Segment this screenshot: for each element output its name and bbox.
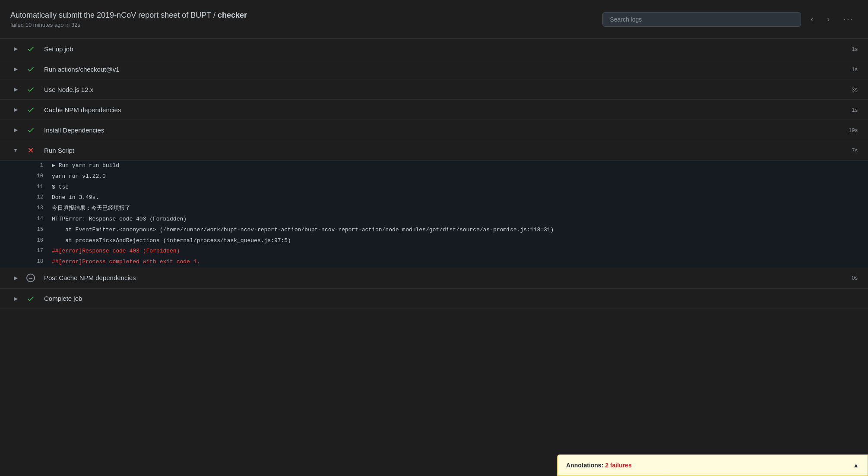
line-number-17: 17: [26, 247, 43, 255]
line-content-15: at EventEmitter.<anonymous> (/home/runne…: [52, 226, 554, 235]
log-line-14[interactable]: 14 HTTPError: Response code 403 (Forbidd…: [0, 214, 868, 225]
job-item-set-up-job[interactable]: ▶ Set up job 1s: [0, 39, 868, 59]
job-label-install-deps: Install Dependencies: [44, 126, 849, 134]
page-subtitle: failed 10 minutes ago in 32s: [10, 22, 247, 28]
job-duration-set-up-job: 1s: [852, 46, 858, 52]
status-icon-post-cache-npm: –: [24, 274, 37, 282]
prev-button[interactable]: ‹: [806, 12, 817, 26]
annotations-chevron[interactable]: ▲: [853, 462, 859, 469]
header-left: Automatically submit the 2019-nCoV repor…: [10, 11, 247, 28]
job-label-run-checkout: Run actions/checkout@v1: [44, 66, 852, 73]
status-icon-cache-npm: [24, 106, 37, 113]
toggle-arrow-run-checkout: ▶: [10, 66, 21, 72]
line-number-13: 13: [26, 204, 43, 212]
status-icon-run-checkout: [24, 65, 37, 73]
line-content-16: at processTicksAndRejections (internal/p…: [52, 236, 291, 246]
toggle-arrow-set-up-job: ▶: [10, 46, 21, 52]
search-input[interactable]: [602, 12, 801, 27]
toggle-arrow-complete-job: ▶: [10, 296, 21, 302]
line-content-12: Done in 3.49s.: [52, 193, 99, 202]
toggle-arrow-use-nodejs: ▶: [10, 86, 21, 92]
job-item-post-cache-npm[interactable]: ▶ – Post Cache NPM dependencies 0s: [0, 268, 868, 289]
log-line-15[interactable]: 15 at EventEmitter.<anonymous> (/home/ru…: [0, 225, 868, 236]
job-item-cache-npm[interactable]: ▶ Cache NPM dependencies 1s: [0, 100, 868, 120]
line-number-12: 12: [26, 193, 43, 202]
log-line-10[interactable]: 10 yarn run v1.22.0: [0, 171, 868, 182]
status-icon-complete-job: [24, 295, 37, 303]
page-header: Automatically submit the 2019-nCoV repor…: [0, 0, 868, 39]
job-duration-run-script: 7s: [852, 147, 858, 154]
header-controls: ‹ › ···: [602, 12, 858, 27]
job-label-post-cache-npm: Post Cache NPM dependencies: [44, 274, 852, 281]
annotations-panel[interactable]: Annotations: 2 failures ▲: [557, 454, 868, 476]
status-icon-install-deps: [24, 126, 37, 134]
job-duration-use-nodejs: 3s: [852, 86, 858, 93]
more-button[interactable]: ···: [839, 12, 858, 27]
line-content-10: yarn run v1.22.0: [52, 172, 106, 181]
toggle-arrow-post-cache-npm: ▶: [10, 275, 21, 281]
log-line-12[interactable]: 12 Done in 3.49s.: [0, 192, 868, 203]
line-number-14: 14: [26, 215, 43, 223]
line-content-18: ##[error]Process completed with exit cod…: [52, 258, 200, 267]
line-number-10: 10: [26, 172, 43, 180]
line-number-18: 18: [26, 258, 43, 266]
job-label-cache-npm: Cache NPM dependencies: [44, 106, 852, 113]
log-line-17[interactable]: 17 ##[error]Response code 403 (Forbidden…: [0, 246, 868, 257]
job-duration-install-deps: 19s: [849, 127, 858, 133]
log-line-1[interactable]: 1 ▶ Run yarn run build: [0, 161, 868, 171]
toggle-arrow-cache-npm: ▶: [10, 107, 21, 113]
line-number-1: 1: [26, 161, 43, 170]
status-icon-use-nodejs: [24, 85, 37, 93]
line-content-1: ▶ Run yarn run build: [52, 161, 119, 170]
job-duration-run-checkout: 1s: [852, 66, 858, 73]
log-line-11[interactable]: 11 $ tsc: [0, 182, 868, 193]
line-content-13: 今日填报结果：今天已经填报了: [52, 204, 130, 213]
log-line-18[interactable]: 18 ##[error]Process completed with exit …: [0, 257, 868, 268]
line-number-16: 16: [26, 236, 43, 245]
page-title: Automatically submit the 2019-nCoV repor…: [10, 11, 247, 20]
job-item-use-nodejs[interactable]: ▶ Use Node.js 12.x 3s: [0, 79, 868, 100]
next-button[interactable]: ›: [823, 12, 834, 26]
job-duration-cache-npm: 1s: [852, 107, 858, 113]
job-duration-post-cache-npm: 0s: [852, 274, 858, 281]
status-icon-set-up-job: [24, 45, 37, 53]
job-list: ▶ Set up job 1s ▶ Run actions/checkout@v…: [0, 39, 868, 309]
log-output: 1 ▶ Run yarn run build 10 yarn run v1.22…: [0, 161, 868, 268]
line-content-17: ##[error]Response code 403 (Forbidden): [52, 247, 180, 256]
job-item-install-deps[interactable]: ▶ Install Dependencies 19s: [0, 120, 868, 140]
log-line-16[interactable]: 16 at processTicksAndRejections (interna…: [0, 236, 868, 246]
job-item-run-script[interactable]: ▼ Run Script 7s: [0, 140, 868, 161]
line-content-11: $ tsc: [52, 183, 69, 192]
job-item-run-checkout[interactable]: ▶ Run actions/checkout@v1 1s: [0, 59, 868, 79]
job-label-use-nodejs: Use Node.js 12.x: [44, 86, 852, 93]
log-line-13[interactable]: 13 今日填报结果：今天已经填报了: [0, 203, 868, 214]
skip-circle-icon: –: [26, 274, 35, 282]
status-icon-run-script: [24, 146, 37, 154]
job-label-run-script: Run Script: [44, 147, 852, 154]
toggle-arrow-install-deps: ▶: [10, 127, 21, 133]
job-item-complete-job[interactable]: ▶ Complete job: [0, 289, 868, 309]
line-content-14: HTTPError: Response code 403 (Forbidden): [52, 215, 187, 224]
job-label-set-up-job: Set up job: [44, 45, 852, 53]
job-label-complete-job: Complete job: [44, 295, 858, 302]
line-number-11: 11: [26, 183, 43, 191]
line-number-15: 15: [26, 226, 43, 234]
annotations-title: Annotations: 2 failures ▲: [566, 462, 632, 469]
toggle-arrow-run-script: ▼: [10, 147, 21, 153]
